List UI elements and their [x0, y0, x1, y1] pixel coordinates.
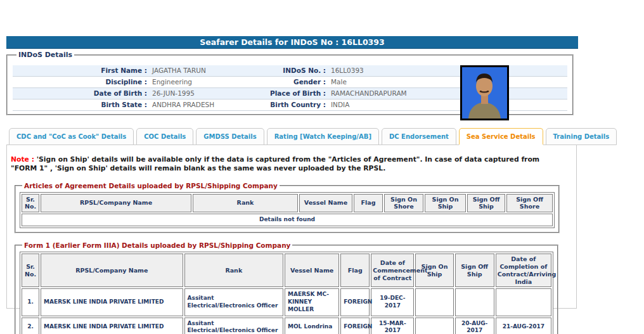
table-cell: FOREIGN — [340, 288, 370, 316]
column-header-sr-no: Sr. No. — [22, 254, 39, 288]
table-header: Sr. No.RPSL/Company NameRankVessel NameF… — [22, 194, 553, 213]
table-cell: Assitant Electrical/Electronics Officer — [184, 288, 283, 316]
table-header-row: Sr. No.RPSL/Company NameRankVessel NameF… — [22, 254, 551, 288]
table-body: Details not found — [22, 214, 553, 226]
field-value: 16LL0393 — [326, 65, 567, 76]
table-cell — [455, 288, 494, 316]
field-value: 26-JUN-1995 — [147, 88, 267, 99]
field-label: Gender : — [267, 77, 326, 87]
column-header-sign-on-shore: Sign On Shore — [384, 194, 423, 213]
field-value: Engineering — [147, 77, 267, 87]
tab-training-details[interactable]: Training Details — [546, 128, 617, 145]
page-title-bar: Seafarer Details for INDoS No : 16LL0393 — [6, 36, 578, 49]
table-cell: 20-AUG-2017 — [455, 318, 494, 334]
note-prefix: Note : — [11, 155, 34, 164]
table-cell: 19-DEC-2017 — [371, 288, 414, 316]
tab-coc-details[interactable]: COC Details — [136, 128, 193, 145]
column-header-sign-off-ship: Sign Off Ship — [467, 194, 505, 213]
field-value: ANDHRA PRADESH — [147, 100, 267, 110]
field-label: Discipline : — [13, 77, 147, 87]
field-label: Place of Birth : — [267, 88, 326, 99]
tab-rating-watch-keeping-ab[interactable]: Rating [Watch Keeping/AB] — [267, 128, 379, 145]
field-label: Date of Birth : — [13, 88, 147, 99]
column-header-sr-no: Sr. No. — [22, 194, 39, 213]
column-header-flag: Flag — [354, 194, 383, 213]
column-header-date-of-completion-of-contract-arriving-india: Date of Completion of Contract/Arriving … — [496, 254, 551, 288]
field-value: Male — [326, 77, 567, 87]
column-header-date-of-commencement-of-contract: Date of Commencement of Contract — [371, 254, 414, 288]
tab-gmdss-details[interactable]: GMDSS Details — [196, 128, 264, 145]
table-body: 1.MAERSK LINE INDIA PRIVATE LIMITEDAssit… — [22, 288, 551, 334]
table-cell: MAERSK LINE INDIA PRIVATE LIMITED — [41, 318, 183, 334]
column-header-flag: Flag — [340, 254, 370, 288]
table-cell: MAERSK LINE INDIA PRIVATE LIMITED — [41, 288, 183, 316]
column-header-sign-on-ship: Sign On Ship — [425, 194, 466, 213]
table-cell: 1. — [22, 288, 39, 316]
column-header-rank: Rank — [193, 194, 298, 213]
form1-table: Sr. No.RPSL/Company NameRankVessel NameF… — [20, 252, 553, 334]
table-cell: 2. — [22, 318, 39, 334]
column-header-vessel-name: Vessel Name — [299, 194, 352, 213]
table-cell: 15-MAR-2017 — [371, 318, 414, 334]
table-cell: Assitant Electrical/Electronics Officer — [184, 318, 283, 334]
table-cell — [415, 318, 453, 334]
column-header-rank: Rank — [184, 254, 283, 288]
seafarer-details-page: Seafarer Details for INDoS No : 16LL0393… — [0, 0, 644, 334]
column-header-sign-off-ship: Sign Off Ship — [455, 254, 494, 288]
articles-of-agreement-fieldset: Articles of Agreement Details uploaded b… — [15, 182, 560, 233]
field-label: INDoS No. : — [267, 65, 326, 76]
field-value: INDIA — [326, 100, 567, 110]
field-label: Birth Country : — [267, 100, 326, 110]
form1-legend: Form 1 (Earlier Form IIIA) Details uploa… — [22, 241, 292, 249]
field-value: JAGATHA TARUN — [147, 65, 267, 76]
table-header: Sr. No.RPSL/Company NameRankVessel NameF… — [22, 254, 551, 288]
table-cell: FOREIGN — [340, 318, 370, 334]
column-header-vessel-name: Vessel Name — [285, 254, 339, 288]
note-text: 'Sign on Ship' details will be available… — [11, 155, 539, 172]
field-value: RAMACHANDRAPURAM — [326, 88, 567, 99]
seafarer-photo — [460, 65, 509, 120]
empty-message: Details not found — [22, 214, 553, 226]
column-header-rpsl-company-name: RPSL/Company Name — [41, 194, 191, 213]
tab-sea-service-details[interactable]: Sea Service Details — [459, 128, 543, 145]
table-cell — [496, 288, 551, 316]
articles-of-agreement-legend: Articles of Agreement Details uploaded b… — [22, 182, 280, 189]
note: Note : 'Sign on Ship' details will be av… — [7, 145, 576, 174]
table-cell: MAERSK MC-KINNEY MOLLER — [285, 288, 339, 316]
empty-row: Details not found — [22, 214, 553, 226]
table-cell: 21-AUG-2017 — [496, 318, 551, 334]
seafarer-photo-image — [462, 67, 507, 119]
table-cell: MOL Londrina — [285, 318, 339, 334]
tab-dc-endorsement[interactable]: DC Endorsement — [382, 128, 456, 145]
table-header-row: Sr. No.RPSL/Company NameRankVessel NameF… — [22, 194, 553, 213]
tab-bar: CDC and "CoC as Cook" DetailsCOC Details… — [9, 128, 617, 145]
column-header-rpsl-company-name: RPSL/Company Name — [41, 254, 183, 288]
column-header-sign-off-shore: Sign Off Shore — [506, 194, 553, 213]
articles-of-agreement-table: Sr. No.RPSL/Company NameRankVessel NameF… — [20, 192, 555, 228]
table-row: 1.MAERSK LINE INDIA PRIVATE LIMITEDAssit… — [22, 288, 551, 316]
page-title: Seafarer Details for INDoS No : 16LL0393 — [200, 37, 384, 47]
table-cell — [415, 288, 453, 316]
field-label: First Name : — [13, 65, 147, 76]
field-label: Birth State : — [13, 100, 147, 110]
indos-details-legend: INDoS Details — [16, 51, 74, 59]
indos-details-fieldset: INDoS Details First Name :JAGATHA TARUNI… — [6, 51, 574, 115]
tab-content-panel: Note : 'Sign on Ship' details will be av… — [6, 145, 577, 309]
table-row: 2.MAERSK LINE INDIA PRIVATE LIMITEDAssit… — [22, 318, 551, 334]
tab-cdc-and-coc-as-cook-details[interactable]: CDC and "CoC as Cook" Details — [9, 128, 134, 145]
form1-fieldset: Form 1 (Earlier Form IIIA) Details uploa… — [15, 241, 558, 334]
